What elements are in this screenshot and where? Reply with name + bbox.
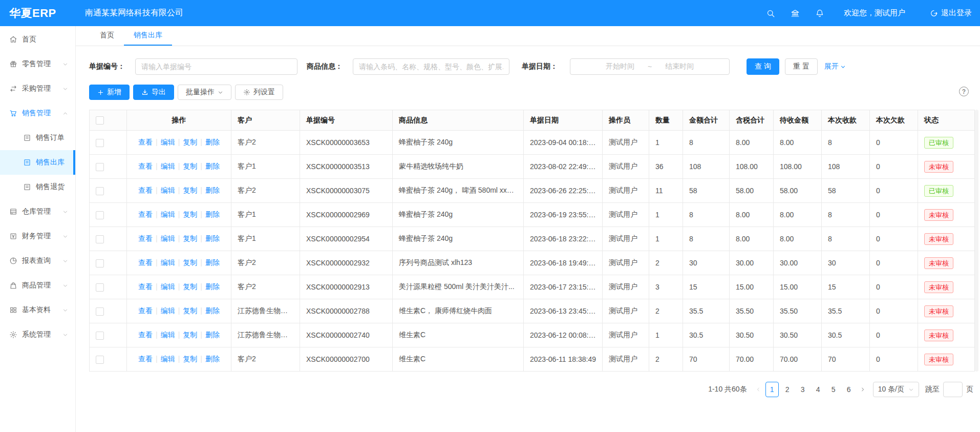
batch-actions-button[interactable]: 批量操作 (178, 85, 231, 100)
sidebar-item-sales-order[interactable]: 销售订单 (0, 126, 75, 150)
row-action-edit[interactable]: 编辑 (161, 355, 175, 363)
row-action-delete[interactable]: 删除 (205, 355, 220, 363)
vertical-scrollbar[interactable] (975, 110, 978, 372)
row-action-edit[interactable]: 编辑 (161, 234, 175, 242)
row-checkbox-cell (90, 347, 127, 372)
cell-date: 2023-06-11 18:38:49 (524, 347, 603, 372)
row-action-edit[interactable]: 编辑 (161, 331, 175, 339)
help-icon[interactable]: ? (959, 87, 969, 96)
next-page-button[interactable] (857, 382, 869, 397)
expand-link[interactable]: 展开 (824, 62, 846, 71)
row-checkbox[interactable] (96, 259, 104, 268)
row-checkbox-cell (90, 179, 127, 203)
row-action-view[interactable]: 查看 (138, 210, 153, 218)
page-size-select[interactable]: 10 条/页 (873, 382, 919, 397)
row-action-delete[interactable]: 删除 (205, 282, 220, 291)
add-button[interactable]: 新增 (89, 85, 130, 100)
bell-icon[interactable] (815, 9, 824, 18)
row-checkbox[interactable] (96, 187, 104, 195)
row-action-view[interactable]: 查看 (138, 234, 153, 242)
select-all-checkbox[interactable] (96, 116, 104, 125)
row-action-delete[interactable]: 删除 (205, 186, 220, 194)
sidebar-item-sales-out[interactable]: 销售出库 (0, 150, 75, 175)
swap-icon (9, 85, 17, 93)
row-action-edit[interactable]: 编辑 (161, 306, 175, 315)
row-action-copy[interactable]: 复制 (183, 258, 197, 266)
bill-no-input[interactable] (135, 58, 297, 75)
row-checkbox[interactable] (96, 235, 104, 243)
sidebar-item-purchase[interactable]: 采购管理 (0, 76, 75, 101)
sidebar-item-report[interactable]: 报表查询 (0, 249, 75, 273)
row-action-edit[interactable]: 编辑 (161, 162, 175, 170)
row-action-copy[interactable]: 复制 (183, 331, 197, 339)
row-action-delete[interactable]: 删除 (205, 138, 220, 146)
row-action-copy[interactable]: 复制 (183, 162, 197, 170)
sidebar-item-warehouse[interactable]: 仓库管理 (0, 199, 75, 224)
row-action-view[interactable]: 查看 (138, 282, 153, 291)
reset-button[interactable]: 重置 (785, 58, 818, 75)
row-action-copy[interactable]: 复制 (183, 138, 197, 146)
row-action-delete[interactable]: 删除 (205, 331, 220, 339)
row-action-copy[interactable]: 复制 (183, 306, 197, 315)
row-action-view[interactable]: 查看 (138, 306, 153, 315)
row-action-delete[interactable]: 删除 (205, 258, 220, 266)
export-button[interactable]: 导出 (133, 85, 174, 100)
search-button[interactable]: 查询 (747, 58, 779, 75)
row-action-edit[interactable]: 编辑 (161, 138, 175, 146)
row-action-delete[interactable]: 删除 (205, 306, 220, 315)
row-checkbox[interactable] (96, 283, 104, 292)
platform-bank-icon[interactable] (791, 9, 800, 18)
row-action-view[interactable]: 查看 (138, 186, 153, 194)
row-action-edit[interactable]: 编辑 (161, 210, 175, 218)
row-action-view[interactable]: 查看 (138, 138, 153, 146)
sidebar-item-retail[interactable]: 零售管理 (0, 52, 75, 76)
row-action-delete[interactable]: 删除 (205, 162, 220, 170)
product-info-input[interactable] (353, 58, 509, 75)
row-checkbox[interactable] (96, 163, 104, 171)
row-checkbox[interactable] (96, 139, 104, 147)
row-action-view[interactable]: 查看 (138, 355, 153, 363)
sidebar-item-finance[interactable]: 财务管理 (0, 224, 75, 249)
row-checkbox[interactable] (96, 211, 104, 219)
row-action-copy[interactable]: 复制 (183, 234, 197, 242)
jump-page-input[interactable] (943, 382, 963, 397)
search-icon[interactable] (766, 9, 775, 18)
row-action-copy[interactable]: 复制 (183, 210, 197, 218)
page-number-1[interactable]: 1 (765, 382, 779, 397)
row-action-delete[interactable]: 删除 (205, 234, 220, 242)
sidebar-item-basic[interactable]: 基本资料 (0, 298, 75, 322)
sidebar-item-product[interactable]: 商品管理 (0, 273, 75, 298)
sidebar-item-home[interactable]: 首页 (0, 27, 75, 52)
row-action-copy[interactable]: 复制 (183, 186, 197, 194)
row-action-view[interactable]: 查看 (138, 258, 153, 266)
action-divider: | (200, 210, 202, 218)
row-action-delete[interactable]: 删除 (205, 210, 220, 218)
row-action-edit[interactable]: 编辑 (161, 186, 175, 194)
column-settings-button[interactable]: 列设置 (235, 85, 283, 100)
cell-product: 蜂蜜柚子茶 240g (393, 203, 524, 227)
tab-active1[interactable]: 销售出库 (124, 26, 172, 46)
row-action-edit[interactable]: 编辑 (161, 258, 175, 266)
row-action-view[interactable]: 查看 (138, 331, 153, 339)
sidebar-item-sales-return[interactable]: 销售退货 (0, 175, 75, 199)
sidebar-item-sales[interactable]: 销售管理 (0, 101, 75, 126)
row-checkbox-cell (90, 251, 127, 275)
prev-page-button[interactable] (752, 382, 764, 397)
page-number-4[interactable]: 4 (812, 382, 825, 397)
logout-button[interactable]: 退出登录 (930, 8, 972, 18)
row-checkbox[interactable] (96, 332, 104, 340)
column-header: 单据编号 (300, 110, 393, 131)
tab-0[interactable]: 首页 (90, 26, 124, 46)
bill-date-range-picker[interactable]: 开始时间 ~ 结束时间 (570, 58, 730, 75)
row-action-copy[interactable]: 复制 (183, 282, 197, 291)
page-number-3[interactable]: 3 (796, 382, 809, 397)
page-number-6[interactable]: 6 (842, 382, 856, 397)
sidebar-item-system[interactable]: 系统管理 (0, 322, 75, 347)
row-action-view[interactable]: 查看 (138, 162, 153, 170)
page-number-5[interactable]: 5 (827, 382, 840, 397)
row-checkbox[interactable] (96, 356, 104, 364)
row-checkbox[interactable] (96, 307, 104, 316)
row-action-copy[interactable]: 复制 (183, 355, 197, 363)
row-action-edit[interactable]: 编辑 (161, 282, 175, 291)
page-number-2[interactable]: 2 (781, 382, 794, 397)
